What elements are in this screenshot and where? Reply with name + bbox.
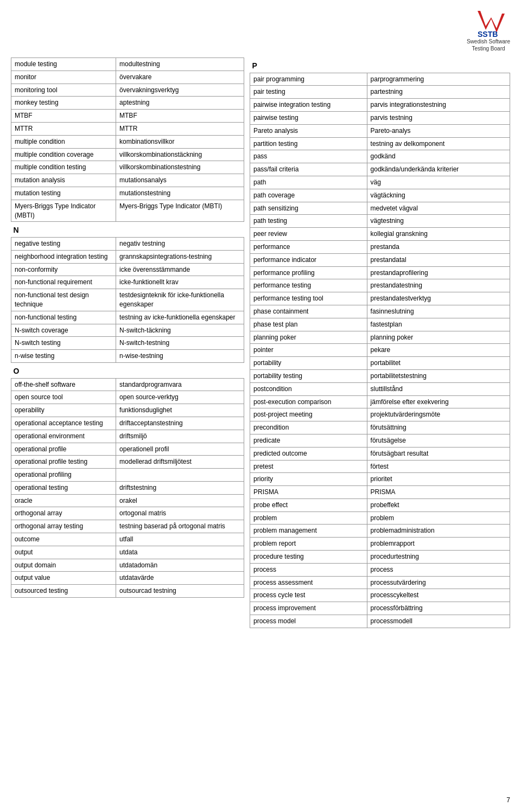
table-row: process assessmentprocessutvärdering	[250, 576, 510, 589]
swedish-term: PRISMA	[367, 486, 510, 499]
table-row: postconditionsluttillstånd	[250, 382, 510, 395]
swedish-term: prioritet	[367, 473, 510, 486]
english-term: path coverage	[250, 189, 367, 202]
svg-marker-0	[478, 11, 505, 33]
table-row: portability testingportabilitetstestning	[250, 369, 510, 382]
english-term: operational testing	[11, 481, 116, 494]
table-row: non-functional test design techniquetest…	[11, 289, 244, 311]
svg-text:SSTB: SSTB	[478, 30, 498, 38]
table-row: performance testing toolprestandatestver…	[250, 292, 510, 305]
table-row: pair programmingparprogrammering	[250, 73, 510, 86]
english-term: process	[250, 563, 367, 576]
english-term: process assessment	[250, 576, 367, 589]
swedish-term: villkorskombinationstäckning	[116, 148, 244, 161]
swedish-term: Myers-Briggs Type Indicator (MBTI)	[116, 200, 244, 222]
right-glossary-table: Ppair programmingparprogrammeringpair te…	[250, 57, 510, 628]
swedish-term: godkänd	[367, 150, 510, 163]
swedish-term: aptestning	[116, 97, 244, 110]
table-row: operational profileoperationell profil	[11, 443, 244, 456]
english-term: non-functional testing	[11, 311, 116, 324]
swedish-term: prestandaprofilering	[367, 266, 510, 279]
english-term: non-conformity	[11, 263, 116, 276]
table-row: partition testingtestning av delkomponen…	[250, 137, 510, 150]
english-term: outcome	[11, 533, 116, 546]
table-row: problem managementproblemadministration	[250, 525, 510, 538]
table-row: operational profiling	[11, 469, 244, 482]
sstb-logo-graphic: SSTB	[467, 5, 510, 38]
table-row: peer reviewkollegial granskning	[250, 228, 510, 241]
english-term: PRISMA	[250, 486, 367, 499]
swedish-term: driftsmiljö	[116, 430, 244, 443]
table-row: procedure testingprocedurtestning	[250, 551, 510, 564]
swedish-term: Pareto-analys	[367, 124, 510, 137]
table-row: outcomeutfall	[11, 533, 244, 546]
swedish-term: parvis integrationstestning	[367, 99, 510, 112]
english-term: module testing	[11, 58, 116, 71]
swedish-term: utfall	[116, 533, 244, 546]
logo: SSTB Swedish SoftwareTesting Board	[467, 5, 510, 52]
english-term: pass/fail criteria	[250, 163, 367, 176]
english-term: problem report	[250, 538, 367, 551]
english-term: neighborhood integration testing	[11, 250, 116, 263]
swedish-term: vägtestning	[367, 215, 510, 228]
table-row: Myers-Briggs Type Indicator (MBTI)Myers-…	[11, 200, 244, 222]
english-term: process model	[250, 615, 367, 628]
english-term: pairwise integration testing	[250, 99, 367, 112]
english-term: non-functional requirement	[11, 276, 116, 289]
table-row: PRISMAPRISMA	[250, 486, 510, 499]
table-row: multiple condition coveragevillkorskombi…	[11, 148, 244, 161]
swedish-term: outsourcad testning	[116, 585, 244, 598]
table-row: operabilityfunktionsduglighet	[11, 404, 244, 417]
swedish-term: ortogonal matris	[116, 507, 244, 520]
table-row: post-project meetingprojektutvärderingsm…	[250, 408, 510, 421]
swedish-term: procedurtestning	[367, 551, 510, 564]
english-term: probe effect	[250, 498, 367, 512]
english-term: non-functional test design technique	[11, 289, 116, 311]
table-row: mutation analysismutationsanalys	[11, 174, 244, 187]
table-row: oracleorakel	[11, 494, 244, 507]
english-term: operational acceptance testing	[11, 417, 116, 430]
swedish-term: driftacceptanstestning	[116, 417, 244, 430]
english-term: performance testing	[250, 279, 367, 292]
swedish-term: parvis testning	[367, 111, 510, 124]
swedish-term: kollegial granskning	[367, 228, 510, 241]
swedish-term: problemadministration	[367, 525, 510, 538]
swedish-term: processmodell	[367, 615, 510, 628]
swedish-term: icke överensstämmande	[116, 263, 244, 276]
swedish-term: orakel	[116, 494, 244, 507]
table-row: off-the-shelf softwarestandardprogramvar…	[11, 378, 244, 391]
table-row: path coveragevägtäckning	[250, 189, 510, 202]
left-glossary-table: module testingmodultestningmonitoröverva…	[11, 57, 244, 598]
english-term: output	[11, 546, 116, 559]
table-row: multiple conditionkombinationsvillkor	[11, 135, 244, 148]
swedish-term: sluttillstånd	[367, 382, 510, 395]
english-term: portability testing	[250, 369, 367, 382]
swedish-term: portabilitetstestning	[367, 369, 510, 382]
english-term: post-project meeting	[250, 408, 367, 421]
page-header: SSTB Swedish SoftwareTesting Board	[0, 0, 521, 55]
table-row: preconditionförutsättning	[250, 421, 510, 434]
swedish-term: väg	[367, 176, 510, 189]
swedish-term: operationell profil	[116, 443, 244, 456]
table-row: open source toolopen source-verktyg	[11, 391, 244, 404]
table-row: orthogonal array testingtestning baserad…	[11, 520, 244, 533]
swedish-term: testdesignteknik för icke-funktionella e…	[116, 289, 244, 311]
table-row: portabilityportabilitet	[250, 357, 510, 370]
english-term: phase containment	[250, 305, 367, 318]
english-term: multiple condition testing	[11, 161, 116, 174]
english-term: Myers-Briggs Type Indicator (MBTI)	[11, 200, 116, 222]
page-number: 7	[506, 796, 510, 804]
english-term: mutation testing	[11, 187, 116, 200]
table-row: process improvementprocessförbättring	[250, 602, 510, 615]
table-row: probe effectprobeffekt	[250, 498, 510, 512]
swedish-term: testning av delkomponent	[367, 137, 510, 150]
swedish-term: mutationstestning	[116, 187, 244, 200]
table-row: multiple condition testingvillkorskombin…	[11, 161, 244, 174]
english-term: orthogonal array testing	[11, 520, 116, 533]
table-row: pair testingpartestning	[250, 86, 510, 99]
english-term: postcondition	[250, 382, 367, 395]
swedish-term: villkorskombinationstestning	[116, 161, 244, 174]
swedish-term: pekare	[367, 344, 510, 357]
english-term: outsourced testing	[11, 585, 116, 598]
swedish-term: processutvärdering	[367, 576, 510, 589]
